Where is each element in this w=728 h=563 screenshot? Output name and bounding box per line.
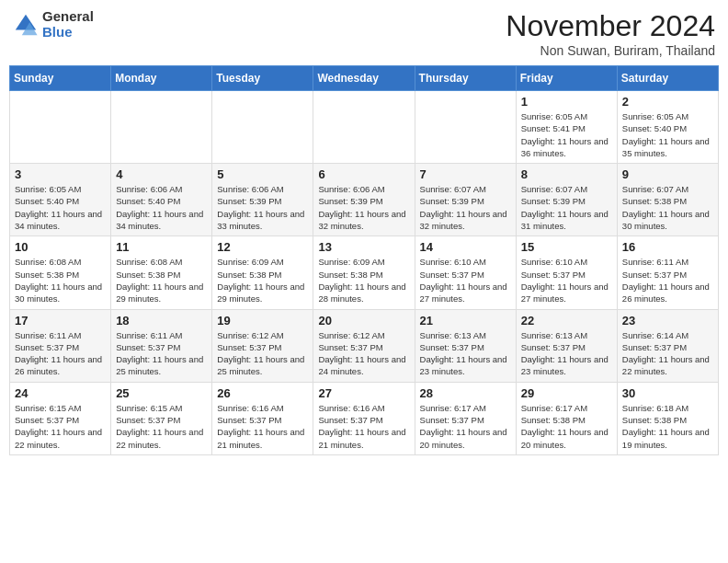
weekday-header-monday: Monday xyxy=(111,66,212,91)
calendar-cell: 19Sunrise: 6:12 AMSunset: 5:37 PMDayligh… xyxy=(212,309,313,382)
calendar-cell: 13Sunrise: 6:09 AMSunset: 5:38 PMDayligh… xyxy=(313,236,415,309)
weekday-header-friday: Friday xyxy=(516,66,617,91)
day-number: 17 xyxy=(15,314,106,327)
calendar-week-row: 1Sunrise: 6:05 AMSunset: 5:41 PMDaylight… xyxy=(10,91,719,164)
logo-general-text: General xyxy=(42,9,94,25)
day-number: 7 xyxy=(420,167,511,181)
day-number: 12 xyxy=(217,240,308,254)
calendar-cell: 24Sunrise: 6:15 AMSunset: 5:37 PMDayligh… xyxy=(10,382,111,454)
calendar-cell xyxy=(212,91,313,164)
day-number: 28 xyxy=(420,386,511,400)
day-info: Sunrise: 6:06 AMSunset: 5:39 PMDaylight:… xyxy=(217,183,308,232)
calendar-cell: 16Sunrise: 6:11 AMSunset: 5:37 PMDayligh… xyxy=(617,236,718,309)
day-info: Sunrise: 6:16 AMSunset: 5:37 PMDaylight:… xyxy=(217,402,308,451)
day-number: 29 xyxy=(521,386,612,400)
day-number: 4 xyxy=(116,167,207,181)
calendar-cell: 8Sunrise: 6:07 AMSunset: 5:39 PMDaylight… xyxy=(516,164,617,236)
calendar-cell: 12Sunrise: 6:09 AMSunset: 5:38 PMDayligh… xyxy=(212,236,313,309)
day-number: 18 xyxy=(116,314,207,327)
svg-marker-0 xyxy=(16,14,36,29)
calendar-cell: 2Sunrise: 6:05 AMSunset: 5:40 PMDaylight… xyxy=(617,91,718,164)
day-info: Sunrise: 6:18 AMSunset: 5:38 PMDaylight:… xyxy=(622,402,713,451)
calendar-cell: 4Sunrise: 6:06 AMSunset: 5:40 PMDaylight… xyxy=(111,164,212,236)
calendar-week-row: 3Sunrise: 6:05 AMSunset: 5:40 PMDaylight… xyxy=(10,164,719,236)
calendar-cell: 26Sunrise: 6:16 AMSunset: 5:37 PMDayligh… xyxy=(212,382,313,454)
calendar-cell: 20Sunrise: 6:12 AMSunset: 5:37 PMDayligh… xyxy=(313,309,415,382)
day-number: 9 xyxy=(622,167,713,181)
day-number: 30 xyxy=(622,386,713,400)
day-number: 8 xyxy=(521,167,612,181)
calendar-cell: 10Sunrise: 6:08 AMSunset: 5:38 PMDayligh… xyxy=(10,236,111,309)
calendar-cell xyxy=(415,91,516,164)
weekday-header-wednesday: Wednesday xyxy=(313,66,415,91)
month-title: November 2024 xyxy=(506,9,715,43)
weekday-header-sunday: Sunday xyxy=(10,66,111,91)
calendar-cell: 7Sunrise: 6:07 AMSunset: 5:39 PMDaylight… xyxy=(415,164,516,236)
day-number: 26 xyxy=(217,386,308,400)
calendar-cell: 25Sunrise: 6:15 AMSunset: 5:37 PMDayligh… xyxy=(111,382,212,454)
page-header: General Blue November 2024 Non Suwan, Bu… xyxy=(9,9,719,58)
day-info: Sunrise: 6:17 AMSunset: 5:38 PMDaylight:… xyxy=(521,402,612,451)
day-info: Sunrise: 6:11 AMSunset: 5:37 PMDaylight:… xyxy=(622,256,713,304)
day-info: Sunrise: 6:10 AMSunset: 5:37 PMDaylight:… xyxy=(420,256,511,304)
day-number: 14 xyxy=(420,240,511,254)
day-info: Sunrise: 6:13 AMSunset: 5:37 PMDaylight:… xyxy=(521,329,612,378)
calendar-cell: 6Sunrise: 6:06 AMSunset: 5:39 PMDaylight… xyxy=(313,164,415,236)
day-info: Sunrise: 6:09 AMSunset: 5:38 PMDaylight:… xyxy=(318,256,409,304)
day-info: Sunrise: 6:06 AMSunset: 5:39 PMDaylight:… xyxy=(318,183,409,232)
calendar-cell: 18Sunrise: 6:11 AMSunset: 5:37 PMDayligh… xyxy=(111,309,212,382)
day-number: 11 xyxy=(116,240,207,254)
day-number: 2 xyxy=(622,95,713,109)
day-number: 23 xyxy=(622,314,713,327)
calendar-cell: 21Sunrise: 6:13 AMSunset: 5:37 PMDayligh… xyxy=(415,309,516,382)
weekday-header-thursday: Thursday xyxy=(415,66,516,91)
day-number: 5 xyxy=(217,167,308,181)
calendar-cell: 22Sunrise: 6:13 AMSunset: 5:37 PMDayligh… xyxy=(516,309,617,382)
calendar-cell: 11Sunrise: 6:08 AMSunset: 5:38 PMDayligh… xyxy=(111,236,212,309)
day-number: 21 xyxy=(420,314,511,327)
day-info: Sunrise: 6:05 AMSunset: 5:41 PMDaylight:… xyxy=(521,110,612,159)
day-info: Sunrise: 6:13 AMSunset: 5:37 PMDaylight:… xyxy=(420,329,511,378)
day-number: 3 xyxy=(15,167,106,181)
day-info: Sunrise: 6:12 AMSunset: 5:37 PMDaylight:… xyxy=(318,329,409,378)
calendar-cell xyxy=(313,91,415,164)
day-number: 22 xyxy=(521,314,612,327)
calendar-week-row: 17Sunrise: 6:11 AMSunset: 5:37 PMDayligh… xyxy=(10,309,719,382)
location-title: Non Suwan, Buriram, Thailand xyxy=(506,43,715,58)
day-info: Sunrise: 6:12 AMSunset: 5:37 PMDaylight:… xyxy=(217,329,308,378)
day-info: Sunrise: 6:15 AMSunset: 5:37 PMDaylight:… xyxy=(116,402,207,451)
day-info: Sunrise: 6:16 AMSunset: 5:37 PMDaylight:… xyxy=(318,402,409,451)
day-number: 13 xyxy=(318,240,409,254)
calendar-cell: 27Sunrise: 6:16 AMSunset: 5:37 PMDayligh… xyxy=(313,382,415,454)
day-info: Sunrise: 6:15 AMSunset: 5:37 PMDaylight:… xyxy=(15,402,106,451)
calendar-cell: 30Sunrise: 6:18 AMSunset: 5:38 PMDayligh… xyxy=(617,382,718,454)
calendar-cell: 29Sunrise: 6:17 AMSunset: 5:38 PMDayligh… xyxy=(516,382,617,454)
calendar-cell: 23Sunrise: 6:14 AMSunset: 5:37 PMDayligh… xyxy=(617,309,718,382)
day-info: Sunrise: 6:11 AMSunset: 5:37 PMDaylight:… xyxy=(116,329,207,378)
day-number: 6 xyxy=(318,167,409,181)
day-info: Sunrise: 6:06 AMSunset: 5:40 PMDaylight:… xyxy=(116,183,207,232)
calendar-cell: 15Sunrise: 6:10 AMSunset: 5:37 PMDayligh… xyxy=(516,236,617,309)
calendar-cell: 9Sunrise: 6:07 AMSunset: 5:38 PMDaylight… xyxy=(617,164,718,236)
calendar-cell: 28Sunrise: 6:17 AMSunset: 5:37 PMDayligh… xyxy=(415,382,516,454)
day-info: Sunrise: 6:09 AMSunset: 5:38 PMDaylight:… xyxy=(217,256,308,304)
calendar-week-row: 24Sunrise: 6:15 AMSunset: 5:37 PMDayligh… xyxy=(10,382,719,454)
calendar-cell xyxy=(111,91,212,164)
calendar-table: SundayMondayTuesdayWednesdayThursdayFrid… xyxy=(9,65,719,455)
day-info: Sunrise: 6:05 AMSunset: 5:40 PMDaylight:… xyxy=(622,110,713,159)
calendar-cell: 3Sunrise: 6:05 AMSunset: 5:40 PMDaylight… xyxy=(10,164,111,236)
calendar-week-row: 10Sunrise: 6:08 AMSunset: 5:38 PMDayligh… xyxy=(10,236,719,309)
day-info: Sunrise: 6:07 AMSunset: 5:39 PMDaylight:… xyxy=(521,183,612,232)
logo: General Blue xyxy=(13,9,94,40)
day-number: 16 xyxy=(622,240,713,254)
calendar-cell: 17Sunrise: 6:11 AMSunset: 5:37 PMDayligh… xyxy=(10,309,111,382)
day-number: 10 xyxy=(15,240,106,254)
day-number: 15 xyxy=(521,240,612,254)
day-number: 27 xyxy=(318,386,409,400)
day-info: Sunrise: 6:14 AMSunset: 5:37 PMDaylight:… xyxy=(622,329,713,378)
day-number: 25 xyxy=(116,386,207,400)
calendar-cell xyxy=(10,91,111,164)
logo-text: General Blue xyxy=(42,9,94,40)
weekday-header-row: SundayMondayTuesdayWednesdayThursdayFrid… xyxy=(10,66,719,91)
day-info: Sunrise: 6:10 AMSunset: 5:37 PMDaylight:… xyxy=(521,256,612,304)
